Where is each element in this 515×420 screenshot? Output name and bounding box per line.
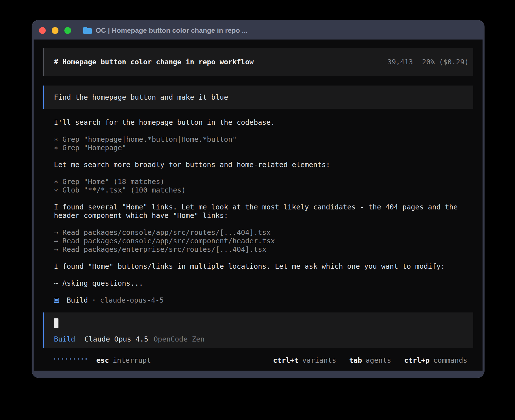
prompt-input[interactable]: Build Claude Opus 4.5 OpenCode Zen — [43, 312, 473, 348]
agent-model: claude-opus-4-5 — [100, 296, 164, 305]
input-model-label: Claude Opus 4.5 — [84, 335, 148, 343]
session-header: # Homepage button color change in repo w… — [43, 48, 473, 76]
terminal-view: # Homepage button color change in repo w… — [34, 40, 483, 371]
session-stats: 39,413 20% ($0.29) — [387, 58, 469, 66]
agent-build-icon — [54, 298, 59, 303]
tool-call-read: → Read packages/enterprise/src/routes/[.… — [54, 245, 473, 254]
shortcut-variants: ctrl+tvariants — [273, 356, 336, 364]
titlebar: OC | Homepage button color change in rep… — [32, 20, 485, 40]
assistant-text: I found "Home" buttons/links in multiple… — [54, 262, 473, 271]
input-provider-label: OpenCode Zen — [154, 335, 205, 343]
text-cursor — [54, 318, 58, 328]
spinner-dot — [70, 358, 71, 360]
tool-call-read: → Read packages/console/app/src/componen… — [54, 237, 473, 245]
spinner-dot — [86, 358, 87, 360]
spinner-dot — [78, 358, 79, 360]
spinner-dot — [54, 358, 55, 360]
tool-call-read: → Read packages/console/app/src/routes/[… — [54, 228, 473, 237]
token-count: 39,413 — [387, 58, 413, 66]
minimize-button[interactable] — [52, 27, 58, 34]
app-window: OC | Homepage button color change in rep… — [32, 20, 485, 378]
user-message-text: Find the homepage button and make it blu… — [54, 93, 228, 101]
assistant-transcript: I'll search for the homepage button in t… — [43, 118, 473, 305]
agent-name: Build — [67, 296, 88, 305]
window-title: OC | Homepage button color change in rep… — [96, 27, 248, 34]
assistant-text: Let me search more broadly for buttons a… — [54, 161, 473, 169]
spinner-dot — [66, 358, 67, 360]
tool-call-glob: ∗ Glob "**/*.tsx" (100 matches) — [54, 186, 473, 194]
input-footer: Build Claude Opus 4.5 OpenCode Zen — [54, 335, 473, 343]
input-agent-label: Build — [54, 335, 75, 343]
maximize-button[interactable] — [64, 27, 71, 34]
agent-status-line: Build · claude-opus-4-5 — [54, 296, 473, 305]
assistant-text: header component which have "Home" links… — [54, 211, 473, 220]
assistant-text: I found several "Home" links. Let me loo… — [54, 203, 473, 211]
user-message: Find the homepage button and make it blu… — [43, 86, 473, 109]
shortcut-agents: tabagents — [349, 356, 391, 364]
tool-call-grep: ∗ Grep "homepage|home.*button|Home.*butt… — [54, 135, 473, 144]
spinner-dots — [54, 358, 87, 360]
close-button[interactable] — [39, 27, 46, 34]
status-bar: esc interrupt ctrl+tvariants tabagents c… — [43, 356, 473, 371]
esc-key-label: esc — [96, 356, 109, 364]
session-title: # Homepage button color change in repo w… — [54, 58, 254, 66]
shortcut-commands: ctrl+pcommands — [404, 356, 467, 364]
folder-icon — [83, 27, 92, 34]
spinner-dot — [58, 358, 59, 360]
spinner-dot — [74, 358, 75, 360]
assistant-text: I'll search for the homepage button in t… — [54, 118, 473, 127]
spinner-dot — [62, 358, 63, 360]
spinner-dot — [82, 358, 83, 360]
tool-call-grep: ∗ Grep "Homepage" — [54, 144, 473, 152]
context-cost: 20% ($0.29) — [422, 58, 469, 66]
esc-hint: interrupt — [113, 356, 151, 364]
tool-call-grep: ∗ Grep "Home" (18 matches) — [54, 178, 473, 186]
separator-dot: · — [92, 296, 96, 305]
working-status: ~ Asking questions... — [54, 279, 473, 288]
